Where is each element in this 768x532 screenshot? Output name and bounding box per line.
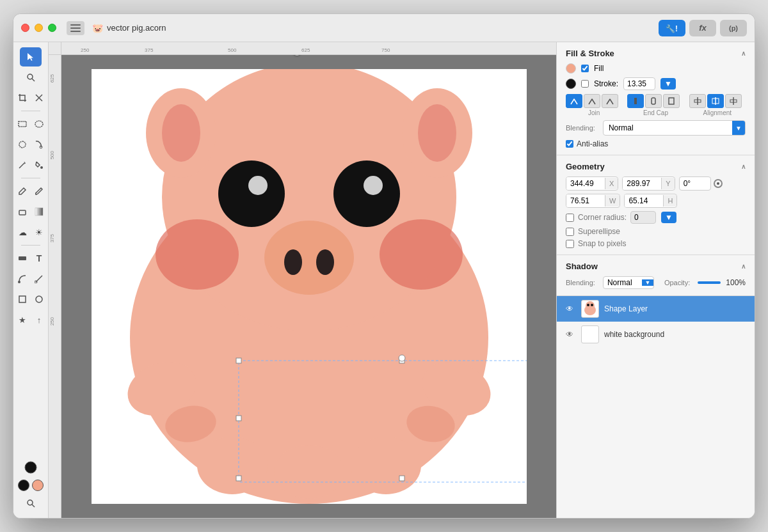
minimize-button[interactable] — [35, 24, 43, 32]
tools-button[interactable]: 🔧! — [659, 20, 685, 36]
blending-dropdown-arrow[interactable]: ▼ — [732, 121, 745, 135]
magic-lasso-tool[interactable] — [31, 135, 47, 154]
shadow-collapse[interactable]: ∧ — [741, 263, 746, 270]
geometry-collapse[interactable]: ∧ — [741, 163, 746, 170]
transform-tool[interactable] — [31, 88, 47, 107]
join-btn-1[interactable] — [566, 94, 582, 108]
marquee-ellipse-tool[interactable] — [31, 114, 47, 134]
maximize-button[interactable] — [48, 24, 56, 32]
rect-shape-tool[interactable] — [15, 249, 30, 268]
left-toolbar: ☁ ☀ T — [13, 42, 49, 518]
align-btn-1[interactable] — [689, 94, 706, 108]
tool-pair-cloud-sun: ☁ ☀ — [15, 223, 47, 242]
layer-item-shape[interactable]: 👁 Shape Layer — [557, 296, 755, 322]
layer-item-background[interactable]: 👁 white background — [557, 322, 755, 347]
w-input[interactable] — [566, 194, 605, 207]
ruler-tick-375: 375 — [145, 47, 153, 53]
layer-eye-background[interactable]: 👁 — [566, 330, 576, 339]
align-btn-2[interactable] — [707, 94, 724, 108]
endcap-btn-2[interactable] — [645, 94, 662, 108]
svg-point-71 — [587, 304, 589, 306]
select-tool[interactable] — [20, 47, 42, 66]
canvas-viewport[interactable] — [61, 55, 556, 518]
superellipse-checkbox[interactable] — [566, 228, 574, 236]
star-tool[interactable]: ★ — [15, 310, 30, 329]
x-input[interactable] — [566, 177, 605, 190]
crop-tool[interactable] — [15, 88, 30, 107]
stroke-row: Stroke: ▼ — [566, 77, 746, 90]
opacity-slider[interactable] — [698, 281, 721, 284]
corner-radius-checkbox[interactable] — [566, 214, 574, 222]
eraser-tool[interactable] — [15, 202, 30, 221]
shadow-blending-container[interactable]: Normal ▼ — [603, 276, 654, 289]
paint-bucket-tool[interactable] — [31, 155, 47, 175]
tool-pair-wand-bucket — [15, 155, 47, 175]
svg-point-42 — [316, 249, 334, 275]
zoom-tool-bottom[interactable] — [20, 494, 42, 513]
y-input[interactable] — [623, 177, 661, 190]
svg-point-23 — [36, 296, 42, 302]
join-group: Join — [566, 94, 622, 116]
tool-pair-rect-circle — [15, 290, 47, 309]
brush-tool[interactable] — [31, 182, 47, 201]
corner-radius-dropdown[interactable]: ▼ — [661, 212, 676, 223]
foreground-color[interactable] — [18, 480, 29, 491]
fill-stroke-collapse[interactable]: ∧ — [741, 50, 746, 57]
fill-circle-tool[interactable] — [20, 458, 42, 477]
fill-color-swatch[interactable] — [566, 63, 576, 74]
h-field[interactable]: H — [624, 194, 677, 208]
pen-tool[interactable] — [15, 182, 30, 201]
cloud-tool[interactable]: ☁ — [15, 223, 30, 242]
h-input[interactable] — [625, 194, 663, 207]
endcap-btn-1[interactable] — [627, 94, 644, 108]
arrow-tool[interactable]: ↑ — [31, 310, 47, 329]
svg-point-41 — [284, 249, 302, 275]
stroke-dropdown[interactable]: ▼ — [660, 78, 676, 90]
w-field[interactable]: W — [566, 194, 620, 208]
line-tool[interactable] — [31, 269, 47, 288]
y-field[interactable]: Y — [622, 176, 675, 191]
rectangle-tool[interactable] — [15, 290, 30, 309]
file-icon: 🐷 — [92, 23, 103, 33]
tool-pair-crop-transform — [15, 88, 47, 107]
ruler-tick-750: 750 — [381, 47, 390, 53]
gradient-tool[interactable] — [31, 202, 47, 221]
svg-line-6 — [32, 79, 35, 81]
zoom-tool[interactable] — [20, 68, 42, 87]
stroke-color-swatch[interactable] — [566, 79, 576, 89]
lasso-tool[interactable] — [15, 135, 30, 154]
x-field[interactable]: X — [566, 176, 618, 191]
text-tool[interactable]: T — [31, 249, 47, 268]
fill-checkbox[interactable] — [581, 65, 589, 72]
angle-input[interactable] — [679, 176, 711, 191]
alignment-buttons — [689, 94, 746, 108]
sidebar-toggle-button[interactable] — [67, 21, 84, 35]
blending-select-container[interactable]: Normal ▼ — [603, 120, 746, 136]
color-swatches — [18, 480, 44, 491]
close-button[interactable] — [21, 24, 29, 32]
layer-eye-shape[interactable]: 👁 — [566, 304, 576, 313]
wh-row: W H — [566, 194, 746, 208]
circle-tool[interactable] — [31, 290, 47, 309]
bezier-tool[interactable] — [15, 269, 30, 288]
titlebar: 🐷 vector pig.acorn 🔧! fx (p) — [13, 14, 755, 42]
shadow-blending-value: Normal — [604, 277, 642, 288]
svg-point-35 — [380, 219, 463, 290]
stroke-value-input[interactable] — [623, 77, 655, 90]
stroke-checkbox[interactable] — [581, 80, 589, 88]
snap-checkbox[interactable] — [566, 240, 574, 248]
endcap-btn-3[interactable] — [663, 94, 680, 108]
align-btn-3[interactable] — [725, 94, 742, 108]
antialias-checkbox[interactable] — [566, 140, 573, 148]
shadow-blending-arrow[interactable]: ▼ — [642, 279, 653, 286]
p-button[interactable]: (p) — [720, 20, 747, 36]
sun-tool[interactable]: ☀ — [31, 223, 47, 242]
join-btn-3[interactable] — [602, 94, 618, 108]
magic-wand-tool[interactable] — [15, 155, 30, 175]
xy-row: X Y — [566, 176, 746, 191]
join-btn-2[interactable] — [584, 94, 600, 108]
marquee-rect-tool[interactable] — [15, 114, 30, 134]
background-color[interactable] — [32, 480, 44, 491]
corner-radius-input[interactable] — [630, 211, 656, 224]
fx-button[interactable]: fx — [689, 20, 716, 36]
